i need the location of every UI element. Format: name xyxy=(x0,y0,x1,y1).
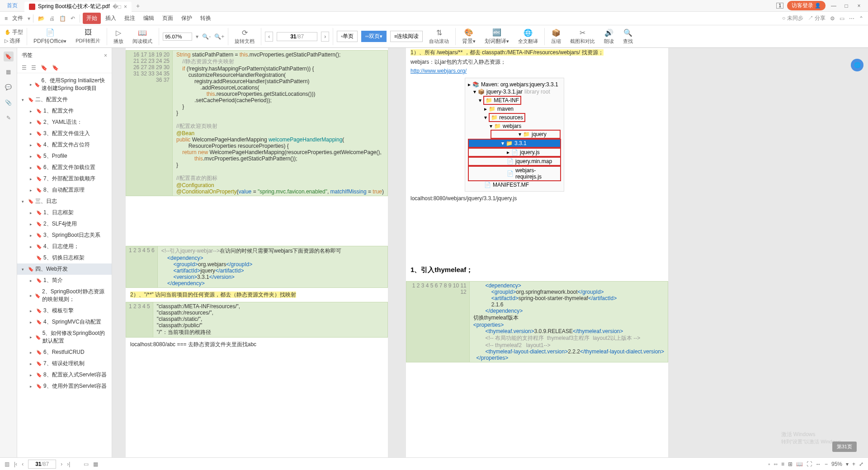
tab-actions-icon[interactable]: �□ xyxy=(113,4,121,10)
bookmark-item[interactable]: ▸🔖3、SpringBoot日志关系 xyxy=(17,230,112,241)
zoom-dropdown-icon[interactable]: ▾ xyxy=(196,33,198,40)
bookmark-item[interactable]: ▸🔖8、配置嵌入式Servlet容器 xyxy=(17,369,112,381)
word-translate[interactable]: 🔤划词翻译▾ xyxy=(482,28,512,45)
menu-start[interactable]: 开始 xyxy=(83,13,101,24)
menu-insert[interactable]: 插入 xyxy=(102,13,120,24)
menu-page[interactable]: 页面 xyxy=(159,13,177,24)
background[interactable]: 🎨背景▾ xyxy=(459,28,478,45)
sb-zoom-in-icon[interactable]: + xyxy=(852,461,855,467)
bookmark-item[interactable]: ▸🔖2、YAML语法： xyxy=(17,117,112,128)
sb-next-icon[interactable]: › xyxy=(61,461,62,467)
pdf-to-image[interactable]: 🖼PDF转图片 xyxy=(73,28,103,44)
webjars-link[interactable]: http://www.webjars.org/ xyxy=(410,68,467,74)
bookmark-item[interactable]: ▸🔖9、使用外置的Servlet容器 xyxy=(17,381,112,392)
open-icon[interactable]: 📂 xyxy=(36,15,47,22)
sb-expand-icon[interactable]: ⤢ xyxy=(859,461,863,467)
bookmark-item[interactable]: ▸🔖1、简介 xyxy=(17,275,112,286)
screenshot-compare[interactable]: ✂截图和对比 xyxy=(567,28,598,45)
read-aloud[interactable]: 🔊朗读 xyxy=(601,28,617,45)
menu-annotate[interactable]: 批注 xyxy=(121,13,139,24)
sync-status[interactable]: ○ 未同步 xyxy=(782,14,803,22)
float-action-button[interactable]: 🌐 xyxy=(851,59,863,71)
bookmark-item[interactable]: ▸🔖3、模板引擎 xyxy=(17,305,112,316)
sb-bookmark-icon[interactable]: ▭ xyxy=(84,461,89,467)
print-icon[interactable]: 📋 xyxy=(57,15,68,22)
sb-page-input[interactable]: 31/87 xyxy=(28,460,56,469)
double-page-mode[interactable]: ▫▫双页▾ xyxy=(361,31,387,42)
sb-fullscreen-icon[interactable]: ⛶ xyxy=(807,461,812,467)
maximize-icon[interactable]: □ xyxy=(842,3,851,9)
signature-icon[interactable]: ✎ xyxy=(4,113,14,123)
bookmark-item[interactable]: ▸🔖7、错误处理机制 xyxy=(17,358,112,369)
sb-last-page-icon[interactable]: ›| xyxy=(67,461,70,467)
settings-icon[interactable]: ⚙ xyxy=(830,15,835,22)
bookmark-item[interactable]: ▸🔖5、Profile xyxy=(17,150,112,162)
bookmark-item[interactable]: ▸🔖3、配置文件值注入 xyxy=(17,128,112,139)
sb-fit-icon[interactable]: ↔ xyxy=(816,461,821,467)
bookmark-item[interactable]: ▸🔖6、使用Spring Initializer快速创建Spring Boot项… xyxy=(17,75,112,94)
sb-first-page-icon[interactable]: |‹ xyxy=(14,461,17,467)
file-menu[interactable]: 文件 xyxy=(9,13,27,24)
save-icon[interactable]: 🖨 xyxy=(47,15,57,22)
more-icon[interactable]: ⋯ xyxy=(849,15,854,22)
bookmark-item[interactable]: ▸🔖1、配置文件 xyxy=(17,105,112,117)
close-panel-icon[interactable]: × xyxy=(104,52,107,59)
window-icon[interactable]: ▭ xyxy=(840,15,844,22)
compress[interactable]: 📦压缩 xyxy=(548,28,564,45)
zoom-input[interactable] xyxy=(163,33,192,41)
bookmark-item[interactable]: ▸🔖6、配置文件加载位置 xyxy=(17,162,112,173)
zoom-out-icon[interactable]: 🔍- xyxy=(202,33,211,40)
select-tool[interactable]: ▷ 选择 xyxy=(5,37,23,45)
zoom-in-icon[interactable]: 🔍+ xyxy=(214,33,224,40)
continuous-read[interactable]: ≡连续阅读 xyxy=(390,31,423,42)
find[interactable]: 🔍查找 xyxy=(620,28,636,45)
sb-zoom-out-icon[interactable]: − xyxy=(825,461,828,467)
share-button[interactable]: ↗ 分享 xyxy=(808,14,826,22)
bookmark-item[interactable]: ▸🔖6、RestfulCRUD xyxy=(17,347,112,358)
menu-icon[interactable]: ≡ xyxy=(5,15,8,22)
menu-convert[interactable]: 转换 xyxy=(197,13,215,24)
bookmark-item[interactable]: ▸🔖8、自动配置原理 xyxy=(17,184,112,196)
bm-tool-4[interactable]: 🔖 xyxy=(52,65,59,71)
file-tab[interactable]: Spring Boot核心技术-笔记.pdf �□ × xyxy=(24,2,132,12)
read-mode[interactable]: 📖阅读模式 xyxy=(130,28,155,45)
home-tab[interactable]: 首页 xyxy=(0,0,24,12)
comment-icon[interactable]: 💬 xyxy=(4,82,14,92)
sb-zoom-dropdown-icon[interactable]: ▾ xyxy=(846,461,849,467)
bookmark-item[interactable]: ▾🔖二、配置文件 xyxy=(17,94,112,105)
guest-login-button[interactable]: 访客登录 👤 xyxy=(787,1,826,10)
menu-edit[interactable]: 编辑 xyxy=(140,13,158,24)
auto-scroll[interactable]: ⇅自动滚动 xyxy=(426,28,452,45)
bookmark-item[interactable]: ▸🔖4、日志使用； xyxy=(17,241,112,252)
sb-prev-icon[interactable]: ‹ xyxy=(22,461,24,467)
sb-view1-icon[interactable]: ▫ xyxy=(768,461,770,467)
bookmark-item[interactable]: ▸🔖2、SLF4j使用 xyxy=(17,218,112,230)
bookmark-item[interactable]: 🔖5、切换日志框架 xyxy=(17,252,112,263)
rotate-doc[interactable]: ⟳旋转文档 xyxy=(232,28,257,45)
bookmark-item[interactable]: ▾🔖四、Web开发 xyxy=(17,263,112,275)
menu-protect[interactable]: 保护 xyxy=(178,13,196,24)
bookmark-item[interactable]: ▸🔖4、配置文件占位符 xyxy=(17,139,112,150)
pdf-to-office[interactable]: 📄PDF转Office▾ xyxy=(31,28,69,45)
close-window-icon[interactable]: × xyxy=(854,3,863,9)
sb-thumbnail-icon[interactable]: ▦ xyxy=(93,461,98,467)
page-indicator[interactable]: 31/87 xyxy=(277,32,317,41)
collapse-icon[interactable]: ⌃ xyxy=(859,15,863,22)
bookmark-item[interactable]: ▾🔖三、日志 xyxy=(17,196,112,207)
close-tab-icon[interactable]: × xyxy=(124,4,127,10)
undo-icon[interactable]: ↶ xyxy=(69,15,77,22)
sb-view2-icon[interactable]: ▫▫ xyxy=(774,461,778,467)
thumbnail-icon[interactable]: ▦ xyxy=(4,67,14,77)
new-tab-button[interactable]: + xyxy=(132,2,144,9)
bookmark-item[interactable]: ▸🔖2、SpringBoot对静态资源的映射规则； xyxy=(17,286,112,305)
single-page-mode[interactable]: ▫单页 xyxy=(337,31,358,42)
bookmark-item[interactable]: ▸🔖7、外部配置加载顺序 xyxy=(17,173,112,184)
bookmark-icon[interactable]: 🔖 xyxy=(4,52,14,61)
prev-page-icon[interactable]: ‹ xyxy=(265,32,273,42)
attachment-icon[interactable]: 📎 xyxy=(4,98,14,108)
sb-read-icon[interactable]: 📖 xyxy=(796,461,803,467)
next-page-icon[interactable]: › xyxy=(321,32,329,42)
sb-view3-icon[interactable]: ≡ xyxy=(781,461,784,467)
notification-badge[interactable]: 1 xyxy=(776,3,783,9)
bm-tool-3[interactable]: 🔖 xyxy=(41,65,47,71)
